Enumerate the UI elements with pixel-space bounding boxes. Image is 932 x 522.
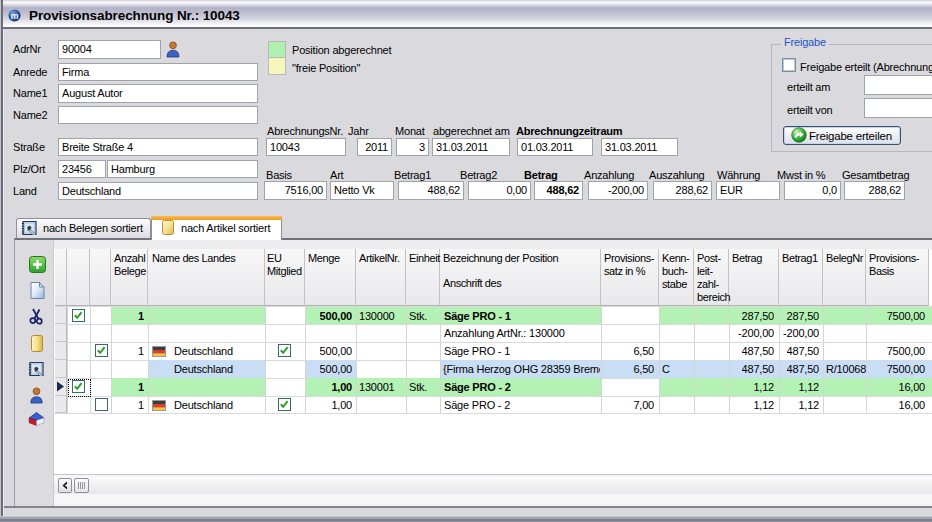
svg-text:m: m <box>11 11 19 21</box>
